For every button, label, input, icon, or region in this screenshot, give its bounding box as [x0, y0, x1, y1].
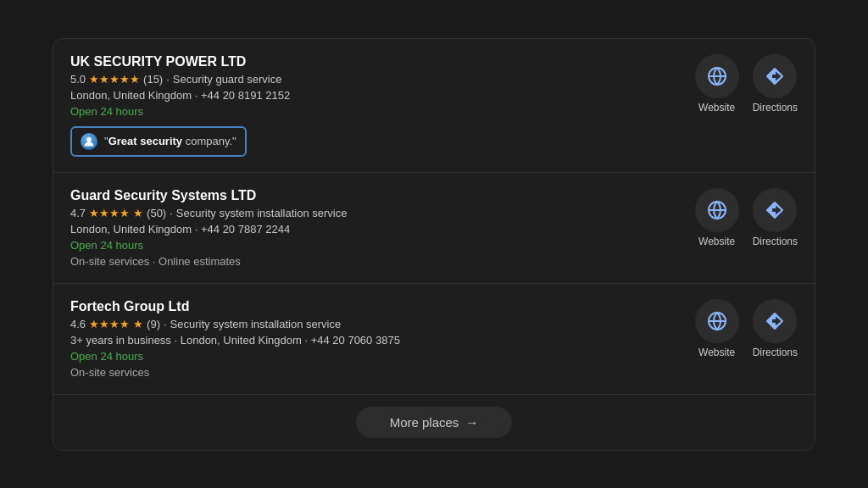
address: London, United Kingdom: [70, 89, 192, 102]
phone: +44 20 7060 3875: [311, 334, 400, 347]
business-name[interactable]: Guard Security Systems LTD: [70, 188, 678, 203]
website-button[interactable]: [695, 54, 739, 98]
address-row: 3+ years in business · London, United Ki…: [70, 334, 678, 347]
directions-label: Directions: [753, 236, 798, 247]
listing-actions: Website Directions: [695, 299, 798, 358]
listing-actions: Website Directions: [695, 188, 798, 247]
review-count: (15): [143, 73, 163, 86]
svg-point-0: [86, 137, 92, 142]
website-button[interactable]: [695, 188, 739, 232]
website-label: Website: [698, 102, 735, 114]
listings-container: UK SECURITY POWER LTD 5.0 ★★★★★ (15) · S…: [53, 38, 815, 451]
review-count: (50): [147, 207, 166, 219]
address-row: London, United Kingdom · +44 20 8191 215…: [70, 89, 678, 102]
directions-button[interactable]: [753, 299, 797, 343]
review-box: "Great security company.": [70, 126, 247, 157]
more-places-button[interactable]: More places →: [356, 407, 513, 438]
rating-value: 4.7: [70, 207, 86, 219]
website-button[interactable]: [695, 299, 739, 343]
directions-button[interactable]: [753, 54, 797, 98]
star-half: ★: [133, 207, 143, 219]
listing-info: Fortech Group Ltd 4.6 ★★★★★ (9) · Securi…: [70, 299, 678, 379]
category: Security system installation service: [176, 207, 348, 219]
rating-row: 4.6 ★★★★★ (9) · Security system installa…: [70, 318, 678, 330]
address: London, United Kingdom: [70, 223, 192, 236]
stars: ★★★★: [89, 207, 130, 219]
business-name[interactable]: Fortech Group Ltd: [70, 299, 678, 314]
open-status: Open 24 hours: [70, 350, 678, 363]
open-status: Open 24 hours: [70, 105, 678, 118]
listing-uk-security-power: UK SECURITY POWER LTD 5.0 ★★★★★ (15) · S…: [53, 39, 815, 173]
listing-info: Guard Security Systems LTD 4.7 ★★★★★ (50…: [70, 188, 678, 268]
rating-row: 5.0 ★★★★★ (15) · Security guard service: [70, 73, 678, 86]
extra-info: On-site services · Online estimates: [70, 255, 678, 268]
rating-value: 5.0: [70, 73, 86, 86]
stars: ★★★★: [89, 318, 130, 330]
directions-button[interactable]: [753, 188, 797, 232]
directions-label: Directions: [753, 347, 798, 358]
listing-fortech-group: Fortech Group Ltd 4.6 ★★★★★ (9) · Securi…: [53, 284, 815, 395]
business-name[interactable]: UK SECURITY POWER LTD: [70, 54, 678, 69]
address-row: London, United Kingdom · +44 20 7887 224…: [70, 223, 678, 236]
listing-info: UK SECURITY POWER LTD 5.0 ★★★★★ (15) · S…: [70, 54, 678, 157]
website-action-group: Website: [695, 299, 739, 358]
directions-action-group: Directions: [753, 188, 798, 247]
more-places-row: More places →: [53, 395, 815, 450]
review-avatar: [81, 133, 97, 150]
rating-row: 4.7 ★★★★★ (50) · Security system install…: [70, 207, 678, 219]
arrow-right-icon: →: [465, 415, 478, 430]
listing-actions: Website Directions: [695, 54, 798, 114]
directions-action-group: Directions: [753, 299, 798, 358]
review-text: "Great security company.": [104, 135, 236, 147]
open-status: Open 24 hours: [70, 239, 678, 252]
address: 3+ years in business · London, United Ki…: [70, 334, 302, 347]
website-action-group: Website: [695, 54, 739, 114]
category: Security system installation service: [170, 318, 342, 330]
phone: +44 20 7887 2244: [201, 223, 290, 236]
more-places-label: More places: [390, 415, 459, 430]
website-label: Website: [698, 347, 735, 358]
extra-info: On-site services: [70, 366, 678, 379]
website-label: Website: [698, 236, 735, 247]
website-action-group: Website: [695, 188, 739, 247]
rating-value: 4.6: [70, 318, 86, 330]
category: Security guard service: [173, 73, 282, 86]
star-half: ★: [133, 318, 143, 330]
directions-action-group: Directions: [753, 54, 798, 114]
listing-guard-security-systems: Guard Security Systems LTD 4.7 ★★★★★ (50…: [53, 173, 815, 284]
directions-label: Directions: [753, 102, 798, 114]
phone: +44 20 8191 2152: [201, 89, 290, 102]
stars: ★★★★★: [89, 73, 140, 86]
review-count: (9): [147, 318, 160, 330]
